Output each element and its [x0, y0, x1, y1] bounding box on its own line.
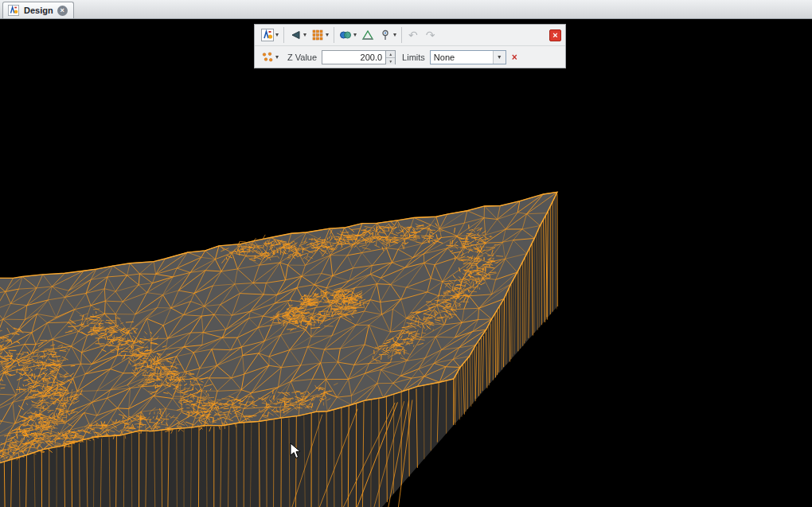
floating-toolbar: ▾ ▾	[254, 24, 566, 68]
z-value-input[interactable]	[322, 50, 385, 64]
limits-dropdown[interactable]: None ▾	[430, 50, 506, 64]
toolbar-separator	[334, 27, 334, 43]
chevron-down-icon: ▾	[275, 32, 279, 38]
app-icon	[261, 29, 274, 41]
grid-icon	[311, 29, 324, 41]
snap-grid-button[interactable]: ▾	[309, 26, 331, 44]
design-tab-icon	[7, 4, 20, 17]
toolbar-row-2: ▾ Z Value ▲ ▼ Limits None ▾ ×	[255, 46, 565, 68]
redo-button[interactable]: ↷	[422, 29, 439, 41]
chevron-down-icon: ▾	[275, 54, 279, 60]
application-window: Design ×	[0, 0, 812, 507]
spheres-icon	[339, 29, 352, 41]
points-icon	[261, 51, 274, 64]
tin-button[interactable]	[359, 26, 377, 44]
spinner-down-icon[interactable]: ▼	[386, 57, 395, 64]
toolbar-row-1: ▾ ▾	[255, 25, 565, 46]
chevron-down-icon: ▾	[393, 32, 396, 38]
tin-icon	[361, 29, 374, 41]
arrow-left-icon	[289, 29, 302, 41]
models-button[interactable]: ▾	[337, 26, 359, 44]
z-value-field: ▲ ▼	[322, 50, 396, 64]
view-arrow-button[interactable]: ▾	[287, 26, 309, 44]
chevron-down-icon[interactable]: ▾	[493, 51, 506, 64]
close-icon: ×	[512, 52, 517, 63]
limits-clear-button[interactable]: ×	[512, 52, 517, 63]
toolbar-close-button[interactable]: ×	[549, 29, 561, 41]
tab-bar: Design ×	[0, 0, 812, 19]
points-menu-button[interactable]: ▾	[259, 49, 281, 66]
spinner-up-icon[interactable]: ▲	[386, 51, 395, 57]
app-menu-button[interactable]: ▾	[259, 26, 281, 44]
redo-icon: ↷	[426, 29, 435, 41]
toolbar-separator	[283, 27, 284, 43]
tab-design[interactable]: Design ×	[2, 2, 74, 18]
limits-dropdown-value: None	[431, 53, 493, 62]
z-value-label: Z Value	[287, 53, 317, 62]
chevron-down-icon: ▾	[303, 32, 306, 38]
z-value-stepper[interactable]: ▲ ▼	[385, 50, 396, 64]
viewport-3d[interactable]: ▾ ▾	[0, 19, 812, 507]
snap-point-button[interactable]: ▾	[377, 26, 399, 44]
tab-label: Design	[24, 6, 53, 15]
terrain-model-canvas[interactable]	[0, 19, 812, 507]
close-icon: ×	[552, 30, 557, 40]
chevron-down-icon: ▾	[353, 32, 357, 38]
snap-point-icon	[379, 29, 392, 41]
chevron-down-icon: ▾	[326, 32, 329, 38]
undo-icon: ↶	[408, 29, 418, 41]
limits-label: Limits	[402, 53, 425, 62]
tab-close-icon[interactable]: ×	[57, 6, 68, 16]
toolbar-separator	[401, 27, 402, 43]
undo-button[interactable]: ↶	[404, 29, 422, 41]
